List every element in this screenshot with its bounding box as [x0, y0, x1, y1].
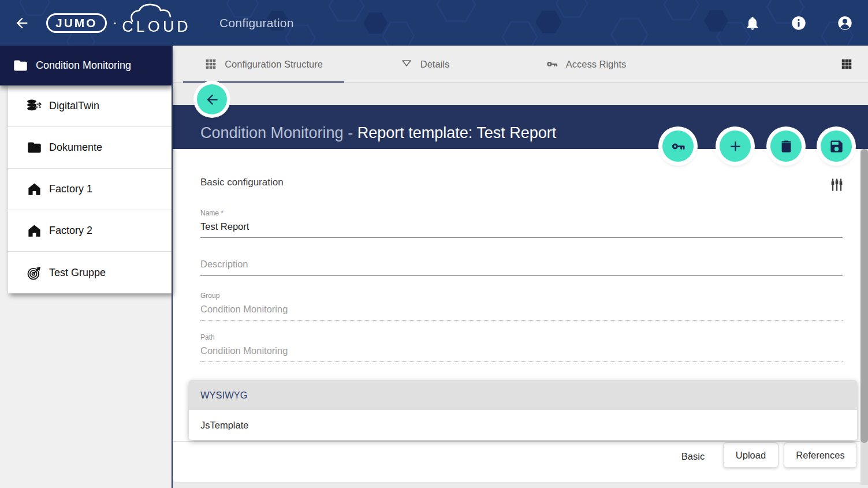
- info-icon[interactable]: [791, 15, 807, 31]
- path-input: [200, 345, 843, 362]
- path-field: Path: [200, 333, 843, 362]
- sidebar-item-test-gruppe[interactable]: Test Gruppe: [8, 252, 172, 293]
- description-field: [200, 259, 843, 276]
- panel-title: Condition Monitoring - Report template: …: [200, 124, 556, 142]
- back-icon[interactable]: [14, 15, 30, 31]
- grid-dots-icon: [204, 58, 217, 70]
- floppy-disk-icon: [829, 139, 844, 154]
- form-panel: Basic configuration Name * Group Path WY…: [173, 149, 868, 482]
- name-field: Name *: [200, 209, 843, 238]
- folder-icon: [27, 140, 42, 155]
- panel-title-main: Report template: Test Report: [357, 124, 557, 141]
- sidebar-item-label: DigitalTwin: [49, 100, 99, 112]
- delete-button[interactable]: [770, 131, 802, 162]
- sidebar-header-label: Condition Monitoring: [36, 59, 131, 72]
- sidebar-item-factory-1[interactable]: Factory 1: [8, 169, 172, 210]
- main-area: Configuration Structure Details Access R…: [173, 46, 868, 488]
- name-input[interactable]: [200, 221, 843, 238]
- dropdown-option-wysiwyg[interactable]: WYSIWYG: [189, 380, 857, 410]
- key-icon: [670, 139, 686, 154]
- sidebar-item-digitaltwin[interactable]: DigitalTwin: [8, 85, 172, 127]
- description-input[interactable]: [200, 259, 843, 276]
- target-arrow-icon: [27, 265, 42, 281]
- footer-tab-basic[interactable]: Basic: [667, 445, 719, 468]
- tune-sliders-icon[interactable]: [829, 177, 845, 193]
- main-tabbar: Configuration Structure Details Access R…: [173, 46, 868, 83]
- footer-tab-label: Basic: [681, 451, 705, 462]
- name-field-label: Name *: [200, 209, 843, 217]
- sidebar-item-factory-2[interactable]: Factory 2: [8, 210, 172, 252]
- add-button[interactable]: [720, 131, 751, 162]
- sidebar-item-label: Factory 2: [49, 225, 92, 237]
- brand-separator-dot: ·: [113, 14, 118, 32]
- sidebar-item-label: Factory 1: [49, 183, 92, 195]
- sidebar-tree: DigitalTwin Dokumente Factory 1 Factory …: [8, 85, 172, 293]
- template-type-dropdown: WYSIWYG JsTemplate: [189, 380, 857, 440]
- trash-icon: [778, 139, 794, 154]
- tab-label: Access Rights: [566, 59, 627, 70]
- folder-icon: [13, 58, 28, 73]
- funnel-icon: [400, 58, 413, 70]
- dropdown-option-jstemplate[interactable]: JsTemplate: [189, 410, 857, 440]
- plus-icon: [728, 139, 743, 154]
- footer-tab-label: Upload: [736, 450, 766, 461]
- notifications-bell-icon[interactable]: [744, 15, 761, 31]
- sidebar-item-label: Dokumente: [49, 141, 102, 154]
- access-key-button[interactable]: [662, 131, 694, 162]
- section-title: Basic configuration: [200, 177, 284, 188]
- home-icon: [27, 223, 42, 239]
- jumo-cloud-logo: JUMO · CLOUD: [46, 10, 191, 36]
- group-input: [200, 304, 843, 321]
- topbar: JUMO · CLOUD Configuration: [0, 0, 868, 46]
- group-field: Group: [200, 292, 843, 321]
- footer-tab-references[interactable]: References: [784, 442, 857, 468]
- sidebar-divider: [172, 46, 173, 488]
- footer-tab-upload[interactable]: Upload: [723, 442, 778, 468]
- account-icon[interactable]: [837, 15, 853, 31]
- content-top-strip: [173, 83, 868, 105]
- panel-title-prefix: Condition Monitoring -: [200, 124, 357, 141]
- cloud-outline-icon: [129, 3, 184, 23]
- sidebar-item-label: Test Gruppe: [49, 267, 106, 279]
- group-field-label: Group: [200, 292, 843, 300]
- sidebar-item-dokumente[interactable]: Dokumente: [8, 127, 172, 169]
- tab-details[interactable]: Details: [344, 46, 505, 83]
- tab-access-rights[interactable]: Access Rights: [505, 46, 666, 83]
- panel-back-button[interactable]: [197, 84, 227, 114]
- apps-grid-icon[interactable]: [840, 58, 853, 70]
- tab-label: Details: [420, 59, 449, 70]
- home-icon: [27, 181, 42, 197]
- jumo-logo-pill: JUMO: [46, 13, 107, 33]
- footer-tab-label: References: [796, 450, 844, 461]
- digital-twin-database-icon: [27, 98, 42, 114]
- key-icon: [546, 58, 558, 70]
- save-button[interactable]: [821, 131, 852, 162]
- path-field-label: Path: [200, 333, 843, 341]
- tab-label: Configuration Structure: [225, 59, 323, 70]
- option-label: JsTemplate: [200, 420, 248, 431]
- tab-configuration-structure[interactable]: Configuration Structure: [183, 46, 344, 83]
- footer-divider: [173, 441, 868, 442]
- page-title: Configuration: [219, 0, 294, 46]
- option-label: WYSIWYG: [200, 390, 248, 401]
- sidebar-item-condition-monitoring[interactable]: Condition Monitoring: [0, 46, 172, 85]
- scrollbar-thumb[interactable]: [860, 149, 868, 443]
